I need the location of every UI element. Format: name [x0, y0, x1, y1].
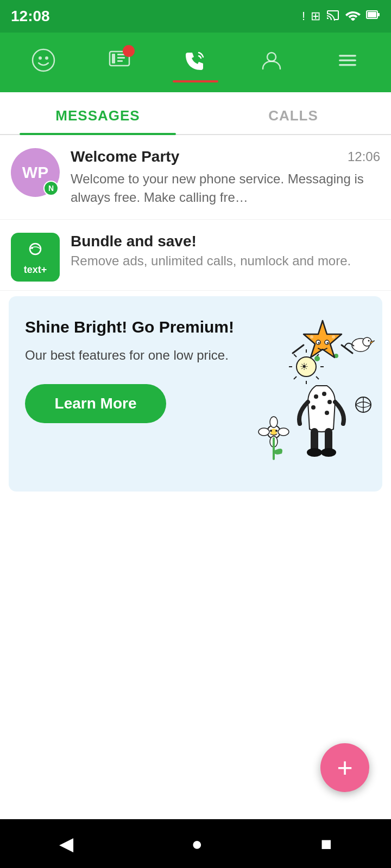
tab-messages[interactable]: MESSAGES: [0, 92, 195, 134]
message-preview: Welcome to your new phone service. Messa…: [71, 170, 380, 206]
messages-badge: [123, 45, 135, 57]
nav-bar: [0, 33, 391, 92]
svg-rect-7: [112, 54, 115, 63]
status-time: 12:08: [11, 8, 50, 25]
tab-calls[interactable]: CALLS: [195, 92, 391, 134]
message-time: 12:06: [348, 149, 380, 164]
svg-point-5: [45, 56, 48, 60]
cast-icon: [326, 9, 340, 24]
learn-more-button[interactable]: Learn More: [25, 384, 166, 423]
status-icons: ! ⊞: [302, 9, 380, 24]
wifi-icon: [345, 9, 361, 24]
ad-content: Bundle and save! Remove ads, unlimited c…: [71, 233, 380, 269]
premium-banner: Shine Bright! Go Premium! Our best featu…: [9, 296, 382, 492]
ad-title: Bundle and save!: [71, 233, 380, 250]
svg-point-16: [31, 247, 33, 249]
bottom-nav: ◀ ● ■: [0, 819, 391, 868]
nav-contacts[interactable]: [249, 43, 294, 82]
svg-rect-1: [377, 13, 380, 16]
tabs-bar: MESSAGES CALLS: [0, 92, 391, 135]
svg-point-15: [30, 244, 41, 254]
compose-fab[interactable]: +: [320, 743, 369, 792]
svg-point-3: [33, 49, 54, 71]
ad-subtitle: Remove ads, unlimited calls, numlock and…: [71, 253, 380, 269]
premium-left: Shine Bright! Go Premium! Our best featu…: [9, 296, 382, 492]
svg-point-11: [267, 53, 276, 61]
svg-rect-13: [339, 59, 356, 61]
message-list: WP N Welcome Party 12:06 Welcome to your…: [0, 135, 391, 492]
premium-desc: Our best features for one low price.: [25, 346, 366, 365]
textplus-icon: text+: [11, 233, 60, 282]
message-header: Welcome Party 12:06: [71, 148, 380, 165]
message-sender: Welcome Party: [71, 148, 179, 165]
svg-rect-14: [339, 64, 356, 66]
message-content: Welcome Party 12:06 Welcome to your new …: [71, 148, 380, 206]
sticker-icon: [31, 48, 55, 77]
status-bar: 12:08 ! ⊞: [0, 0, 391, 33]
back-button[interactable]: ◀: [59, 833, 73, 854]
notification-icon: !: [302, 9, 305, 23]
calls-icon: [184, 48, 207, 77]
contacts-icon: [260, 48, 283, 77]
message-item-welcome-party[interactable]: WP N Welcome Party 12:06 Welcome to your…: [0, 135, 391, 220]
home-button[interactable]: ●: [191, 833, 203, 854]
nav-calls[interactable]: [173, 43, 218, 82]
nav-sticker[interactable]: [21, 43, 66, 82]
avatar-welcome-party: WP N: [11, 148, 60, 197]
svg-point-4: [39, 56, 42, 60]
avatar-badge: N: [43, 181, 59, 196]
battery-icon: [366, 9, 380, 24]
nav-messages[interactable]: [97, 43, 142, 82]
nav-menu[interactable]: [325, 43, 370, 82]
ad-item[interactable]: text+ Bundle and save! Remove ads, unlim…: [0, 220, 391, 291]
recent-apps-button[interactable]: ■: [321, 833, 332, 854]
svg-rect-12: [339, 55, 356, 57]
sim-icon: ⊞: [311, 9, 320, 23]
menu-icon: [336, 48, 360, 77]
svg-rect-10: [117, 60, 123, 62]
avatar-initials: WP: [22, 163, 48, 182]
svg-rect-9: [117, 57, 125, 59]
active-tab-indicator: [173, 80, 218, 82]
premium-title: Shine Bright! Go Premium!: [25, 318, 366, 336]
svg-rect-2: [368, 12, 376, 17]
ad-icon-label: text+: [24, 264, 47, 276]
